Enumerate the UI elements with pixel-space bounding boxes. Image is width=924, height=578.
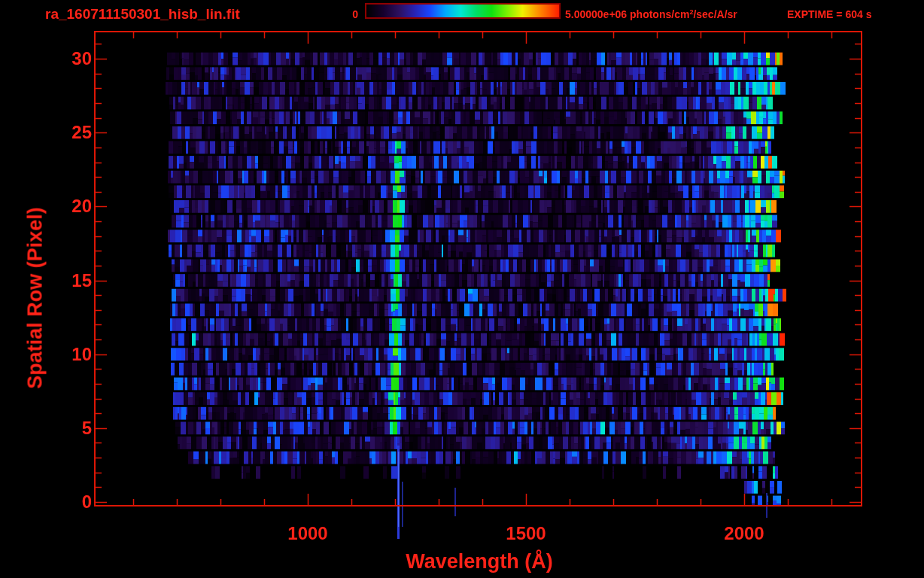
- colorbar-max-text: 5.00000e+06 photons/cm: [565, 8, 689, 20]
- x-tick-label: 1000: [287, 523, 327, 544]
- x-tick-label: 2000: [724, 523, 764, 544]
- y-axis-title: Spatial Row (Pixel): [24, 207, 47, 389]
- spectral-image-canvas: [0, 0, 924, 578]
- y-tick-label: 25: [71, 122, 92, 143]
- y-tick-label: 0: [82, 491, 92, 513]
- y-tick-label: 10: [71, 344, 92, 365]
- colorbar-min-label: 0: [334, 8, 358, 20]
- file-title: ra_160711150301_hisb_lin.fit: [45, 6, 240, 23]
- colorbar-max-label: 5.00000e+06 photons/cm2/sec/A/sr: [565, 8, 737, 20]
- colorbar-max-units: /sec/A/sr: [693, 8, 737, 20]
- x-tick-label: 1500: [506, 523, 546, 544]
- y-tick-label: 30: [71, 48, 92, 69]
- y-tick-label: 20: [71, 196, 92, 217]
- exptime-label: EXPTIME = 604 s: [787, 8, 871, 20]
- x-axis-title: Wavelength (Å): [406, 550, 553, 573]
- y-tick-label: 5: [82, 418, 92, 439]
- colorbar: [365, 3, 561, 19]
- spectral-viewer-window: ra_160711150301_hisb_lin.fit 0 5.00000e+…: [0, 0, 924, 578]
- y-tick-label: 15: [71, 270, 92, 291]
